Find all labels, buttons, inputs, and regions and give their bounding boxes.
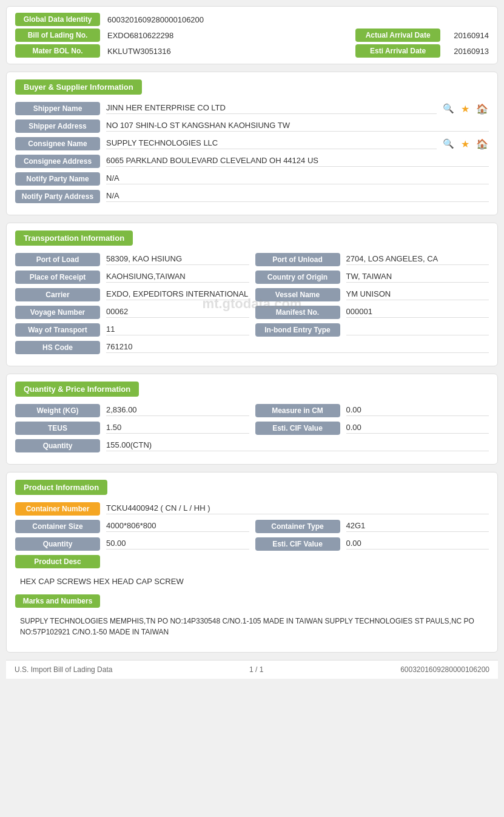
place-of-receipt-row: Place of Receipt KAOHSIUNG,TAIWAN: [15, 271, 249, 284]
qp-row-2: TEUS 1.50 Esti. CIF Value 0.00: [15, 422, 489, 439]
bill-of-lading-row: Bill of Lading No. EXDO6810622298 Actual…: [15, 29, 489, 42]
inbond-entry-type-row: In-bond Entry Type: [255, 323, 489, 337]
place-of-receipt-col: Place of Receipt KAOHSIUNG,TAIWAN: [15, 271, 249, 288]
pi-quantity-value: 50.00: [106, 539, 249, 550]
country-of-origin-label: Country of Origin: [255, 271, 340, 284]
port-of-unload-label: Port of Unload: [255, 253, 340, 266]
footer-center: 1 / 1: [249, 665, 263, 674]
footer: U.S. Import Bill of Lading Data 1 / 1 60…: [6, 660, 498, 679]
buyer-supplier-title: Buyer & Supplier Information: [15, 79, 142, 95]
notify-party-address-label: Notify Party Address: [15, 190, 100, 203]
notify-party-address-row: Notify Party Address N/A: [15, 190, 489, 203]
pi-quantity-label: Quantity: [15, 537, 100, 551]
country-of-origin-value: TW, TAIWAN: [346, 272, 489, 283]
product-desc-label-row: Product Desc: [15, 555, 489, 568]
shipper-icons: 🔍 ★ 🏠: [442, 102, 489, 115]
weight-row: Weight (KG) 2,836.00: [15, 404, 249, 417]
transport-row-3: Carrier EXDO, EXPEDITORS INTERNATIONAL V…: [15, 288, 489, 306]
teus-row: TEUS 1.50: [15, 422, 249, 435]
transport-row-2: Place of Receipt KAOHSIUNG,TAIWAN Countr…: [15, 271, 489, 288]
teus-col: TEUS 1.50: [15, 422, 249, 439]
qp-quantity-value: 155.00(CTN): [106, 440, 489, 451]
inbond-entry-type-value: [346, 324, 489, 335]
top-card: Global Data Identity 6003201609280000106…: [6, 6, 498, 64]
consignee-home-icon[interactable]: 🏠: [475, 137, 489, 150]
carrier-col: Carrier EXDO, EXPEDITORS INTERNATIONAL: [15, 288, 249, 306]
quantity-price-title: Quantity & Price Information: [15, 382, 139, 397]
shipper-star-icon[interactable]: ★: [459, 102, 472, 115]
esti-cif-col: Esti. CIF Value 0.00: [255, 422, 489, 439]
container-size-col: Container Size 4000*806*800: [15, 520, 249, 537]
consignee-address-row: Consignee Address 6065 PARKLAND BOULEVAR…: [15, 155, 489, 168]
product-desc-value: HEX CAP SCREWS HEX HEAD CAP SCREW: [15, 573, 489, 590]
shipper-name-row: Shipper Name JINN HER ENTERPRISE CO LTD …: [15, 102, 489, 115]
global-data-identity-label: Global Data Identity: [15, 13, 100, 26]
esti-cif-value: 0.00: [346, 423, 489, 434]
voyage-number-label: Voyage Number: [15, 306, 100, 319]
port-of-unload-row: Port of Unload 2704, LOS ANGELES, CA: [255, 253, 489, 266]
hs-code-row: HS Code 761210: [15, 341, 489, 354]
marks-numbers-value: SUPPLY TECHNOLOGIES MEMPHIS,TN PO NO:14P…: [15, 612, 489, 641]
weight-label: Weight (KG): [15, 404, 100, 417]
actual-arrival-date-value: 20160914: [454, 31, 489, 40]
actual-arrival-date-label: Actual Arrival Date: [355, 29, 440, 42]
qp-row-1: Weight (KG) 2,836.00 Measure in CM 0.00: [15, 404, 489, 422]
buyer-supplier-card: Buyer & Supplier Information Shipper Nam…: [6, 72, 498, 215]
product-desc-label: Product Desc: [15, 555, 100, 568]
teus-value: 1.50: [106, 423, 249, 434]
product-info-card: Product Information Container Number TCK…: [6, 472, 498, 653]
pi-esti-cif-row: Esti. CIF Value 0.00: [255, 537, 489, 551]
transportation-title: Transportation Information: [15, 230, 133, 246]
container-type-row: Container Type 42G1: [255, 520, 489, 533]
container-size-value: 4000*806*800: [106, 521, 249, 532]
container-size-row: Container Size 4000*806*800: [15, 520, 249, 533]
shipper-address-label: Shipper Address: [15, 119, 100, 133]
manifest-no-row: Manifest No. 000001: [255, 306, 489, 319]
teus-label: TEUS: [15, 422, 100, 435]
place-of-receipt-value: KAOHSIUNG,TAIWAN: [106, 272, 249, 283]
hs-code-value: 761210: [106, 342, 489, 353]
mater-bol-label: Mater BOL No.: [15, 44, 100, 58]
voyage-number-row: Voyage Number 00062: [15, 306, 249, 319]
pi-row-2: Container Size 4000*806*800 Container Ty…: [15, 520, 489, 537]
container-number-value: TCKU4400942 ( CN / L / HH ): [106, 503, 489, 514]
shipper-address-value: NO 107 SHIN-LO ST KANGSHAN KAOHSIUNG TW: [106, 121, 489, 132]
port-of-unload-col: Port of Unload 2704, LOS ANGELES, CA: [255, 253, 489, 271]
pi-row-3: Quantity 50.00 Esti. CIF Value 0.00: [15, 537, 489, 555]
bill-of-lading-label: Bill of Lading No.: [15, 29, 100, 42]
manifest-no-value: 000001: [346, 307, 489, 318]
consignee-star-icon[interactable]: ★: [459, 137, 472, 150]
transport-row-5: Way of Transport 11 In-bond Entry Type: [15, 323, 489, 341]
bill-of-lading-value: EXDO6810622298: [107, 31, 355, 40]
notify-party-name-label: Notify Party Name: [15, 172, 100, 186]
shipper-search-icon[interactable]: 🔍: [442, 102, 455, 115]
mater-bol-value: KKLUTW3051316: [107, 47, 355, 56]
consignee-address-value: 6065 PARKLAND BOULEVARD CLEVELAND OH 441…: [106, 156, 489, 167]
carrier-row: Carrier EXDO, EXPEDITORS INTERNATIONAL: [15, 288, 249, 301]
voyage-number-value: 00062: [106, 307, 249, 318]
weight-col: Weight (KG) 2,836.00: [15, 404, 249, 422]
global-data-identity-row: Global Data Identity 6003201609280000106…: [15, 13, 489, 26]
way-of-transport-row: Way of Transport 11: [15, 323, 249, 337]
esti-arrival-date-value: 20160913: [454, 47, 489, 56]
mater-bol-row: Mater BOL No. KKLUTW3051316 Esti Arrival…: [15, 44, 489, 58]
measure-in-cm-label: Measure in CM: [255, 404, 340, 417]
shipper-home-icon[interactable]: 🏠: [475, 102, 489, 115]
consignee-icons: 🔍 ★ 🏠: [442, 137, 489, 150]
notify-party-address-value: N/A: [106, 191, 489, 202]
transport-row-4: Voyage Number 00062 Manifest No. 000001: [15, 306, 489, 323]
port-of-load-col: Port of Load 58309, KAO HSIUNG: [15, 253, 249, 271]
port-of-load-value: 58309, KAO HSIUNG: [106, 254, 249, 265]
inbond-entry-type-label: In-bond Entry Type: [255, 323, 340, 337]
consignee-search-icon[interactable]: 🔍: [442, 137, 455, 150]
footer-left: U.S. Import Bill of Lading Data: [15, 665, 112, 674]
weight-value: 2,836.00: [106, 405, 249, 416]
container-number-row: Container Number TCKU4400942 ( CN / L / …: [15, 502, 489, 516]
esti-arrival-date-label: Esti Arrival Date: [355, 44, 440, 58]
footer-right: 600320160928000010620​0: [400, 665, 489, 674]
shipper-name-value: JINN HER ENTERPRISE CO LTD: [106, 103, 437, 114]
shipper-address-row: Shipper Address NO 107 SHIN-LO ST KANGSH…: [15, 119, 489, 133]
pi-esti-cif-value: 0.00: [346, 539, 489, 550]
marks-numbers-label-row: Marks and Numbers: [15, 594, 489, 608]
place-of-receipt-label: Place of Receipt: [15, 271, 100, 284]
